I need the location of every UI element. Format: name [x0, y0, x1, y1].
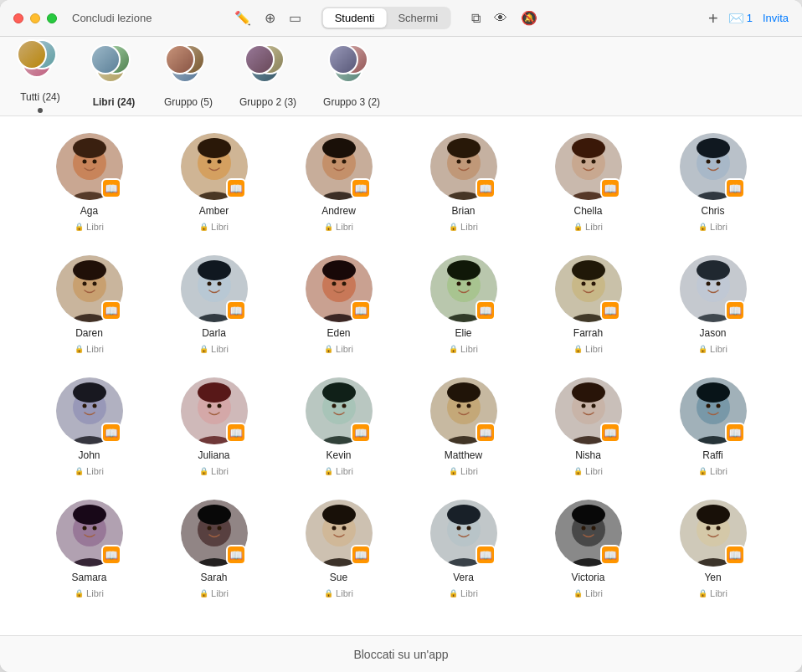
student-name: Amber [199, 205, 229, 217]
student-card-nisha[interactable]: 📖 Nisha 🔒 Libri [532, 377, 644, 476]
books-badge: 📖 [476, 423, 496, 443]
close-button[interactable] [13, 13, 23, 23]
student-card-darla[interactable]: 📖 Darla 🔒 Libri [158, 255, 270, 354]
invite-button[interactable]: Invita [763, 12, 789, 24]
books-badge: 📖 [600, 423, 620, 443]
student-name: Darla [202, 327, 226, 339]
student-card-sarah[interactable]: 📖 Sarah 🔒 Libri [158, 500, 270, 598]
main-content: 📖 Aga 🔒 Libri [0, 116, 802, 635]
books-badge: 📖 [351, 423, 371, 443]
student-card-andrew[interactable]: 📖 Andrew 🔒 Libri [283, 133, 394, 232]
student-card-matthew[interactable]: 📖 Matthew 🔒 Libri [408, 377, 519, 476]
student-card-eden[interactable]: 📖 Eden 🔒 Libri [283, 255, 394, 354]
svg-point-53 [342, 282, 346, 286]
student-card-yen[interactable]: 📖 Yen 🔒 Libri [657, 500, 769, 598]
student-avatar-wrap: 📖 [680, 255, 747, 322]
student-card-john[interactable]: 📖 John 🔒 Libri [33, 377, 145, 476]
group-2[interactable]: Gruppo 2 (3) [239, 44, 296, 108]
student-name: Samara [71, 572, 106, 583]
svg-point-81 [198, 382, 231, 403]
student-card-vera[interactable]: 📖 Vera 🔒 Libri [408, 500, 519, 598]
add-button[interactable]: + [708, 10, 718, 27]
bell-icon[interactable]: 🔕 [521, 10, 537, 26]
compass-icon[interactable]: ⊕ [265, 10, 275, 26]
nav-tabs: Studenti Schermi [321, 7, 451, 29]
student-card-raffi[interactable]: 📖 Raffi 🔒 Libri [657, 377, 769, 476]
student-card-sue[interactable]: 📖 Sue 🔒 Libri [283, 500, 394, 598]
svg-point-21 [447, 138, 481, 158]
student-card-kevin[interactable]: 📖 Kevin 🔒 Libri [283, 377, 394, 476]
group-3[interactable]: Gruppo 3 (2) [323, 44, 380, 108]
minimize-button[interactable] [30, 13, 40, 23]
svg-point-29 [591, 160, 595, 164]
student-name: Raffi [702, 449, 722, 461]
student-avatar-wrap: 📖 [430, 255, 497, 322]
pencil-icon[interactable]: ✏️ [234, 10, 251, 26]
svg-point-58 [456, 282, 460, 286]
screen-icon[interactable]: ▭ [289, 10, 301, 26]
svg-point-15 [322, 138, 356, 158]
student-avatar-wrap: 📖 [430, 500, 497, 567]
tab-studenti[interactable]: Studenti [323, 8, 387, 28]
lock-icon: 🔒 [199, 467, 208, 475]
student-name: Elie [455, 327, 471, 339]
books-badge: 📖 [351, 300, 371, 321]
svg-point-17 [342, 160, 346, 164]
svg-point-99 [572, 382, 605, 403]
svg-point-131 [466, 526, 470, 531]
student-card-aga[interactable]: 📖 Aga 🔒 Libri [33, 133, 145, 232]
students-grid: 📖 Aga 🔒 Libri [33, 133, 769, 615]
student-name: Andrew [321, 205, 356, 217]
badge-button[interactable]: ✉️ 1 [728, 11, 753, 26]
books-badge: 📖 [725, 423, 745, 443]
student-avatar-wrap: 📖 [306, 377, 373, 444]
group-tutti[interactable]: Tutti (24) [17, 39, 64, 113]
student-card-jason[interactable]: 📖 Jason 🔒 Libri [657, 255, 769, 354]
student-name: Victoria [572, 572, 605, 583]
group-1[interactable]: Gruppo (5) [164, 44, 213, 108]
student-card-juliana[interactable]: 📖 Juliana 🔒 Libri [158, 377, 270, 476]
student-card-samara[interactable]: 📖 Samara 🔒 Libri [33, 500, 145, 598]
lock-icon: 🔒 [75, 467, 84, 475]
student-card-brian[interactable]: 📖 Brian 🔒 Libri [408, 133, 519, 232]
group-libri[interactable]: Libri (24) [90, 44, 137, 108]
student-sub: 🔒 Libri [573, 222, 603, 232]
svg-point-47 [217, 282, 221, 286]
conclude-lezione-button[interactable]: Concludi lezione [67, 8, 157, 28]
student-card-chella[interactable]: 📖 Chella 🔒 Libri [532, 133, 644, 232]
student-avatar-wrap: 📖 [56, 133, 123, 200]
student-card-amber[interactable]: 📖 Amber 🔒 Libri [158, 133, 270, 232]
lock-icon: 🔒 [573, 223, 583, 231]
svg-point-28 [581, 160, 585, 164]
group-3-label: Gruppo 3 (2) [323, 96, 380, 108]
student-sub: 🔒 Libri [449, 222, 478, 232]
student-avatar-wrap: 📖 [56, 500, 123, 567]
group-libri-label: Libri (24) [93, 96, 136, 108]
duplicate-icon[interactable]: ⧉ [471, 11, 481, 26]
student-name: Vera [453, 572, 474, 583]
svg-point-125 [342, 526, 346, 531]
books-badge: 📖 [476, 178, 496, 198]
svg-point-35 [716, 160, 720, 164]
eye-icon[interactable]: 👁 [494, 11, 507, 26]
svg-point-5 [92, 160, 96, 164]
student-avatar-wrap: 📖 [56, 377, 123, 444]
svg-point-75 [73, 382, 106, 403]
student-avatar-wrap: 📖 [306, 255, 373, 322]
books-badge: 📖 [351, 178, 371, 198]
student-card-chris[interactable]: 📖 Chris 🔒 Libri [657, 133, 769, 232]
books-badge: 📖 [476, 300, 496, 321]
books-badge: 📖 [226, 300, 246, 321]
maximize-button[interactable] [47, 13, 57, 23]
lock-icon: 🔒 [199, 345, 208, 353]
group-libri-avatars [90, 44, 137, 91]
student-card-daren[interactable]: 📖 Daren 🔒 Libri [33, 255, 145, 354]
books-badge: 📖 [725, 300, 745, 321]
books-badge: 📖 [600, 300, 620, 321]
svg-point-71 [716, 282, 720, 286]
student-card-farrah[interactable]: 📖 Farrah 🔒 Libri [532, 255, 644, 354]
tab-schermi[interactable]: Schermi [386, 8, 450, 28]
svg-point-82 [207, 404, 211, 408]
student-card-victoria[interactable]: 📖 Victoria 🔒 Libri [532, 500, 644, 598]
student-card-elie[interactable]: 📖 Elie 🔒 Libri [408, 255, 519, 354]
